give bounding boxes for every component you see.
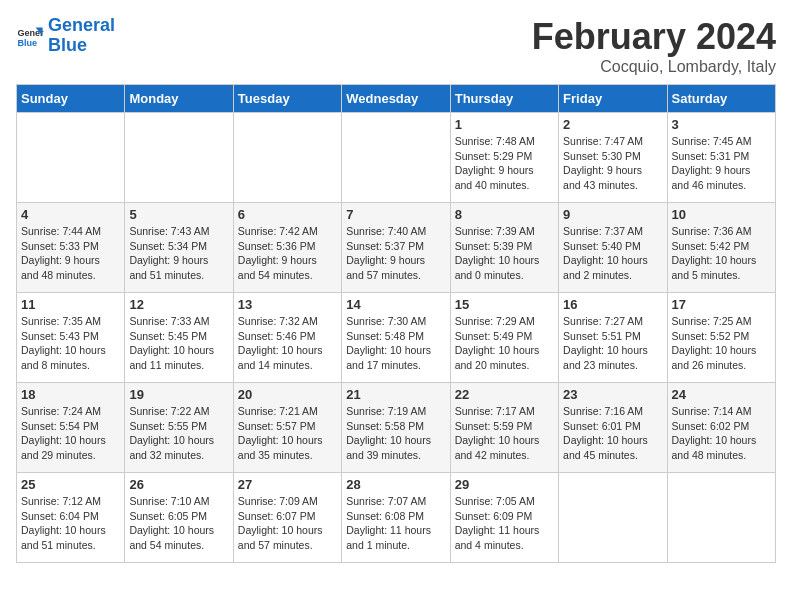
day-info: Sunrise: 7:33 AMSunset: 5:45 PMDaylight:… <box>129 314 228 373</box>
day-info: Sunrise: 7:48 AMSunset: 5:29 PMDaylight:… <box>455 134 554 193</box>
calendar-cell: 21Sunrise: 7:19 AMSunset: 5:58 PMDayligh… <box>342 383 450 473</box>
day-number: 22 <box>455 387 554 402</box>
day-info: Sunrise: 7:27 AMSunset: 5:51 PMDaylight:… <box>563 314 662 373</box>
calendar-cell <box>667 473 775 563</box>
calendar-header-row: SundayMondayTuesdayWednesdayThursdayFrid… <box>17 85 776 113</box>
calendar-cell: 10Sunrise: 7:36 AMSunset: 5:42 PMDayligh… <box>667 203 775 293</box>
day-info: Sunrise: 7:37 AMSunset: 5:40 PMDaylight:… <box>563 224 662 283</box>
calendar-cell: 25Sunrise: 7:12 AMSunset: 6:04 PMDayligh… <box>17 473 125 563</box>
day-number: 28 <box>346 477 445 492</box>
logo: General Blue General Blue <box>16 16 115 56</box>
calendar-cell: 20Sunrise: 7:21 AMSunset: 5:57 PMDayligh… <box>233 383 341 473</box>
day-number: 20 <box>238 387 337 402</box>
day-number: 27 <box>238 477 337 492</box>
day-info: Sunrise: 7:30 AMSunset: 5:48 PMDaylight:… <box>346 314 445 373</box>
day-number: 1 <box>455 117 554 132</box>
main-title: February 2024 <box>532 16 776 58</box>
day-number: 29 <box>455 477 554 492</box>
day-number: 14 <box>346 297 445 312</box>
day-number: 15 <box>455 297 554 312</box>
day-info: Sunrise: 7:17 AMSunset: 5:59 PMDaylight:… <box>455 404 554 463</box>
column-header-friday: Friday <box>559 85 667 113</box>
day-info: Sunrise: 7:09 AMSunset: 6:07 PMDaylight:… <box>238 494 337 553</box>
day-number: 7 <box>346 207 445 222</box>
calendar-cell: 7Sunrise: 7:40 AMSunset: 5:37 PMDaylight… <box>342 203 450 293</box>
day-info: Sunrise: 7:39 AMSunset: 5:39 PMDaylight:… <box>455 224 554 283</box>
calendar-table: SundayMondayTuesdayWednesdayThursdayFrid… <box>16 84 776 563</box>
day-number: 19 <box>129 387 228 402</box>
calendar-cell: 14Sunrise: 7:30 AMSunset: 5:48 PMDayligh… <box>342 293 450 383</box>
title-area: February 2024 Cocquio, Lombardy, Italy <box>532 16 776 76</box>
day-info: Sunrise: 7:45 AMSunset: 5:31 PMDaylight:… <box>672 134 771 193</box>
calendar-body: 1Sunrise: 7:48 AMSunset: 5:29 PMDaylight… <box>17 113 776 563</box>
logo-text: General Blue <box>48 16 115 56</box>
header: General Blue General Blue February 2024 … <box>16 16 776 76</box>
day-number: 9 <box>563 207 662 222</box>
day-info: Sunrise: 7:47 AMSunset: 5:30 PMDaylight:… <box>563 134 662 193</box>
calendar-cell: 6Sunrise: 7:42 AMSunset: 5:36 PMDaylight… <box>233 203 341 293</box>
calendar-cell: 19Sunrise: 7:22 AMSunset: 5:55 PMDayligh… <box>125 383 233 473</box>
day-number: 3 <box>672 117 771 132</box>
day-number: 8 <box>455 207 554 222</box>
day-info: Sunrise: 7:40 AMSunset: 5:37 PMDaylight:… <box>346 224 445 283</box>
calendar-cell <box>559 473 667 563</box>
week-row-3: 11Sunrise: 7:35 AMSunset: 5:43 PMDayligh… <box>17 293 776 383</box>
day-number: 11 <box>21 297 120 312</box>
calendar-cell: 9Sunrise: 7:37 AMSunset: 5:40 PMDaylight… <box>559 203 667 293</box>
day-info: Sunrise: 7:12 AMSunset: 6:04 PMDaylight:… <box>21 494 120 553</box>
calendar-cell <box>125 113 233 203</box>
day-number: 23 <box>563 387 662 402</box>
day-number: 13 <box>238 297 337 312</box>
logo-icon: General Blue <box>16 22 44 50</box>
day-info: Sunrise: 7:44 AMSunset: 5:33 PMDaylight:… <box>21 224 120 283</box>
day-number: 12 <box>129 297 228 312</box>
day-number: 17 <box>672 297 771 312</box>
svg-text:Blue: Blue <box>17 38 37 48</box>
calendar-cell: 13Sunrise: 7:32 AMSunset: 5:46 PMDayligh… <box>233 293 341 383</box>
calendar-cell <box>17 113 125 203</box>
day-info: Sunrise: 7:36 AMSunset: 5:42 PMDaylight:… <box>672 224 771 283</box>
day-info: Sunrise: 7:10 AMSunset: 6:05 PMDaylight:… <box>129 494 228 553</box>
day-number: 2 <box>563 117 662 132</box>
day-info: Sunrise: 7:43 AMSunset: 5:34 PMDaylight:… <box>129 224 228 283</box>
calendar-cell: 15Sunrise: 7:29 AMSunset: 5:49 PMDayligh… <box>450 293 558 383</box>
day-number: 26 <box>129 477 228 492</box>
calendar-cell: 17Sunrise: 7:25 AMSunset: 5:52 PMDayligh… <box>667 293 775 383</box>
column-header-thursday: Thursday <box>450 85 558 113</box>
calendar-cell: 5Sunrise: 7:43 AMSunset: 5:34 PMDaylight… <box>125 203 233 293</box>
day-info: Sunrise: 7:32 AMSunset: 5:46 PMDaylight:… <box>238 314 337 373</box>
calendar-cell: 16Sunrise: 7:27 AMSunset: 5:51 PMDayligh… <box>559 293 667 383</box>
calendar-cell: 2Sunrise: 7:47 AMSunset: 5:30 PMDaylight… <box>559 113 667 203</box>
calendar-cell: 29Sunrise: 7:05 AMSunset: 6:09 PMDayligh… <box>450 473 558 563</box>
calendar-cell <box>233 113 341 203</box>
calendar-cell: 26Sunrise: 7:10 AMSunset: 6:05 PMDayligh… <box>125 473 233 563</box>
day-info: Sunrise: 7:14 AMSunset: 6:02 PMDaylight:… <box>672 404 771 463</box>
day-number: 5 <box>129 207 228 222</box>
calendar-cell: 27Sunrise: 7:09 AMSunset: 6:07 PMDayligh… <box>233 473 341 563</box>
calendar-cell: 4Sunrise: 7:44 AMSunset: 5:33 PMDaylight… <box>17 203 125 293</box>
day-info: Sunrise: 7:22 AMSunset: 5:55 PMDaylight:… <box>129 404 228 463</box>
calendar-cell <box>342 113 450 203</box>
day-number: 10 <box>672 207 771 222</box>
day-number: 16 <box>563 297 662 312</box>
day-info: Sunrise: 7:16 AMSunset: 6:01 PMDaylight:… <box>563 404 662 463</box>
week-row-2: 4Sunrise: 7:44 AMSunset: 5:33 PMDaylight… <box>17 203 776 293</box>
day-number: 24 <box>672 387 771 402</box>
subtitle: Cocquio, Lombardy, Italy <box>532 58 776 76</box>
day-info: Sunrise: 7:42 AMSunset: 5:36 PMDaylight:… <box>238 224 337 283</box>
column-header-sunday: Sunday <box>17 85 125 113</box>
day-info: Sunrise: 7:24 AMSunset: 5:54 PMDaylight:… <box>21 404 120 463</box>
week-row-1: 1Sunrise: 7:48 AMSunset: 5:29 PMDaylight… <box>17 113 776 203</box>
day-number: 21 <box>346 387 445 402</box>
calendar-cell: 23Sunrise: 7:16 AMSunset: 6:01 PMDayligh… <box>559 383 667 473</box>
column-header-monday: Monday <box>125 85 233 113</box>
calendar-cell: 1Sunrise: 7:48 AMSunset: 5:29 PMDaylight… <box>450 113 558 203</box>
calendar-cell: 3Sunrise: 7:45 AMSunset: 5:31 PMDaylight… <box>667 113 775 203</box>
day-info: Sunrise: 7:25 AMSunset: 5:52 PMDaylight:… <box>672 314 771 373</box>
calendar-cell: 8Sunrise: 7:39 AMSunset: 5:39 PMDaylight… <box>450 203 558 293</box>
calendar-cell: 28Sunrise: 7:07 AMSunset: 6:08 PMDayligh… <box>342 473 450 563</box>
day-info: Sunrise: 7:21 AMSunset: 5:57 PMDaylight:… <box>238 404 337 463</box>
day-info: Sunrise: 7:05 AMSunset: 6:09 PMDaylight:… <box>455 494 554 553</box>
column-header-tuesday: Tuesday <box>233 85 341 113</box>
day-number: 6 <box>238 207 337 222</box>
